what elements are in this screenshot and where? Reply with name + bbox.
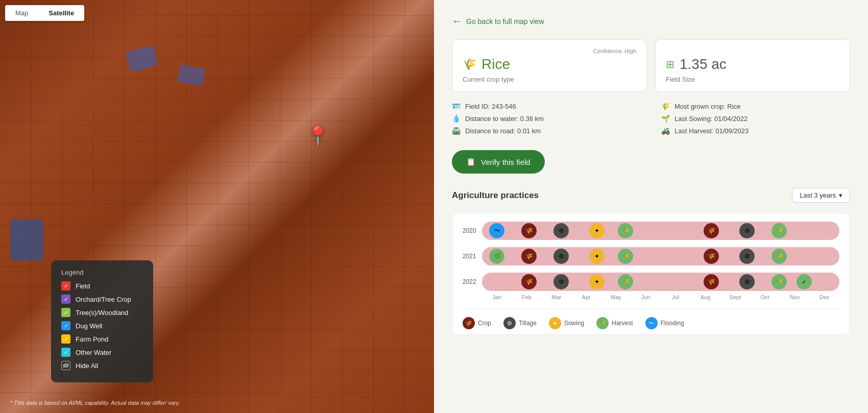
flooding-legend-label: Flooding (661, 320, 684, 327)
legend-title: Legend (61, 269, 143, 276)
legend-item-orchard[interactable]: ✓ Orchard/Tree Crop (61, 295, 143, 304)
month-axis: Jan Feb Mar Apr May Jun Jul Aug Sept Oct… (463, 294, 839, 300)
timeline-chart: 2020 〜 🌾 ⚙ ✦ 🌾 🌾 ⚙ 🌾 (452, 213, 850, 335)
map-tabs: Map Satellite (5, 5, 84, 21)
ag-title-text: Agriculture practices (452, 190, 539, 201)
month-jan: Jan (482, 294, 512, 300)
flooding-legend-icon: 〜 (645, 317, 658, 329)
legend-checkbox-otherwater: ✓ (61, 348, 70, 357)
icon-2020-sowing1: ✦ (589, 223, 605, 238)
icon-2022-crop2: 🌾 (704, 274, 719, 289)
most-grown-row: 🌾 Most grown crop: Rice (661, 102, 850, 110)
most-grown-icon: 🌾 (661, 102, 670, 110)
distance-water-text: Distance to water: 0.38 km (465, 115, 544, 123)
year-selector-label: Last 3 years (800, 191, 836, 199)
road-distance-icon: 🛣️ (452, 127, 461, 135)
harvest-legend-icon: 🌾 (596, 317, 609, 329)
legend-label-hideall: Hide All (76, 362, 98, 370)
legend-item-farmpond[interactable]: ✓ Farm Pond (61, 334, 143, 344)
practice-legend: 🌾 Crop ⚙ Tillage ✦ Sowing 🌾 Harvest 〜 Fl… (463, 317, 839, 329)
tillage-legend-icon: ⚙ (503, 317, 516, 329)
legend-label-orchard: Orchard/Tree Crop (76, 296, 131, 303)
legend-crop: 🌾 Crop (463, 317, 491, 329)
icon-2022-crop1: 🌾 (521, 274, 537, 289)
last-harvest-text: Last Harvest: 01/09/2023 (674, 127, 749, 135)
icon-2022-tillage1: ⚙ (553, 274, 569, 289)
icon-2022-verify: ✓ (797, 274, 812, 289)
water-body-3 (10, 220, 43, 260)
timeline-bar-2020: 〜 🌾 ⚙ ✦ 🌾 🌾 ⚙ 🌾 (482, 222, 839, 240)
rice-plant-icon: 🌾 (463, 58, 476, 71)
legend-checkbox-farmpond: ✓ (61, 334, 70, 344)
verify-field-button[interactable]: 📋 Verify this field (452, 150, 545, 174)
back-arrow-icon: ← (452, 15, 462, 27)
icon-2022-harvest2: 🌾 (771, 274, 787, 289)
tab-map[interactable]: Map (5, 5, 38, 21)
legend-label-field: Field (76, 282, 90, 290)
back-to-map-link[interactable]: ← Go back to full map view (452, 15, 850, 27)
field-id-row: 🪪 Field ID: 243-546 (452, 102, 641, 110)
month-jul: Jul (661, 294, 690, 300)
crop-type-card: Confidence: High 🌾 Rice Current crop typ… (452, 39, 647, 92)
tab-satellite[interactable]: Satellite (38, 5, 84, 21)
icon-2021-harvest1: 🌾 (618, 249, 633, 264)
legend-label-woodland: Tree(s)/Woodland (76, 309, 128, 317)
chevron-down-icon: ▾ (839, 191, 842, 199)
icon-2022-sowing1: ✦ (589, 274, 605, 289)
legend-flooding: 〜 Flooding (645, 317, 684, 329)
timeline-bar-2022: 🌾 ⚙ ✦ 🌾 🌾 ⚙ 🌾 ✓ (482, 273, 839, 291)
legend-label-farmpond: Farm Pond (76, 335, 108, 343)
year-label-2020: 2020 (463, 227, 482, 234)
year-label-2021: 2021 (463, 253, 482, 260)
legend-item-hideall[interactable]: Hide All (61, 361, 143, 370)
hide-all-icon (61, 361, 70, 370)
timeline-row-2021: 2021 🌿 🌾 ⚙ ✦ 🌾 🌾 ⚙ 🌾 (463, 247, 839, 265)
year-selector-dropdown[interactable]: Last 3 years ▾ (792, 188, 850, 203)
right-panel: ← Go back to full map view Confidence: H… (434, 0, 868, 413)
field-id-icon: 🪪 (452, 102, 461, 110)
icon-2020-tillage2: ⚙ (739, 223, 755, 238)
icon-2021-harvest2: 🌾 (771, 249, 787, 264)
field-details-section: 🪪 Field ID: 243-546 💧 Distance to water:… (452, 102, 850, 139)
timeline-bar-2021: 🌿 🌾 ⚙ ✦ 🌾 🌾 ⚙ 🌾 (482, 247, 839, 265)
icon-2020-flooding: 〜 (489, 223, 504, 238)
crop-name-text: Rice (481, 56, 510, 72)
legend-checkbox-field: ✓ (61, 281, 70, 290)
last-sowing-row: 🌱 Last Sowing: 01/04/2022 (661, 114, 850, 123)
harvest-icon: 🚜 (661, 127, 670, 135)
month-oct: Oct (750, 294, 780, 300)
month-jun: Jun (631, 294, 661, 300)
legend-item-dugwell[interactable]: ✓ Dug Well (61, 321, 143, 330)
legend-item-field[interactable]: ✓ Field (61, 281, 143, 290)
month-may: May (601, 294, 631, 300)
sowing-icon: 🌱 (661, 114, 670, 123)
verify-icon: 📋 (466, 157, 476, 166)
last-harvest-row: 🚜 Last Harvest: 01/09/2023 (661, 127, 850, 135)
legend-label-otherwater: Other Water (76, 349, 111, 356)
crop-legend-label: Crop (478, 320, 491, 327)
distance-road-row: 🛣️ Distance to road: 0.01 km (452, 127, 641, 135)
most-grown-text: Most grown crop: Rice (674, 103, 740, 110)
sowing-legend-label: Sowing (564, 320, 584, 327)
legend-item-otherwater[interactable]: ✓ Other Water (61, 348, 143, 357)
timeline-row-2020: 2020 〜 🌾 ⚙ ✦ 🌾 🌾 ⚙ 🌾 (463, 222, 839, 240)
map-panel: Map Satellite 📍 Legend ✓ Field ✓ Orchard… (0, 0, 434, 413)
ag-practices-header: Agriculture practices Last 3 years ▾ (452, 188, 850, 203)
icon-2022-tillage2: ⚙ (739, 274, 755, 289)
legend-checkbox-orchard: ✓ (61, 295, 70, 304)
icon-2021-harvest0: 🌿 (489, 249, 504, 264)
field-size-sub: Field Size (666, 76, 839, 83)
icon-2021-crop1: 🌾 (521, 249, 537, 264)
legend-tillage: ⚙ Tillage (503, 317, 537, 329)
sowing-legend-icon: ✦ (549, 317, 561, 329)
icon-2021-tillage1: ⚙ (553, 249, 569, 264)
crop-sub-text: Current crop type (463, 76, 636, 83)
info-cards-row: Confidence: High 🌾 Rice Current crop typ… (452, 39, 850, 92)
legend-checkbox-dugwell: ✓ (61, 321, 70, 330)
month-sept: Sept (720, 294, 750, 300)
last-sowing-text: Last Sowing: 01/04/2022 (674, 115, 748, 123)
grid-icon: ⊞ (666, 58, 674, 70)
icon-2021-crop2: 🌾 (704, 249, 719, 264)
legend-item-woodland[interactable]: ✓ Tree(s)/Woodland (61, 308, 143, 317)
confidence-label: Confidence: High (463, 48, 636, 54)
